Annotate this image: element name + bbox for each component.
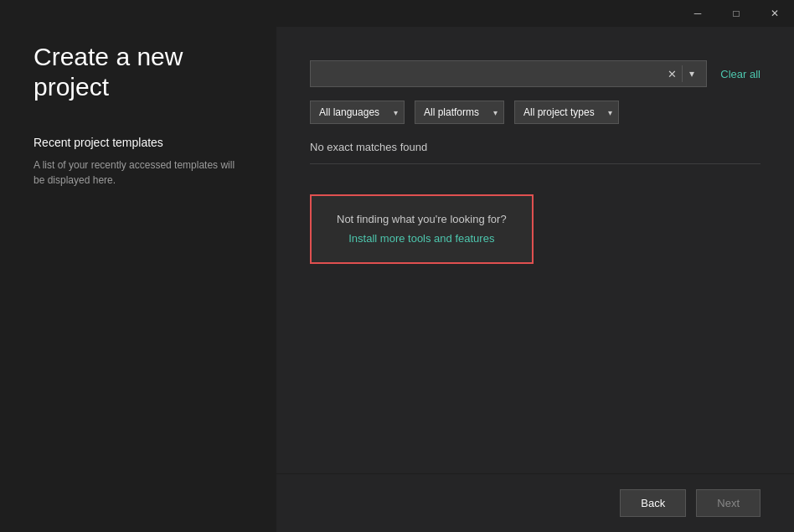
search-input-wrapper: ✕ ▾ bbox=[310, 60, 707, 87]
recent-templates-desc: A list of your recently accessed templat… bbox=[34, 158, 243, 188]
filter-row: All languages C# C++ Python JavaScript T… bbox=[310, 101, 760, 124]
back-button[interactable]: Back bbox=[620, 489, 686, 517]
clear-all-button[interactable]: Clear all bbox=[720, 68, 760, 80]
install-link[interactable]: Install more tools and features bbox=[348, 232, 494, 245]
not-finding-container: Not finding what you're looking for? Ins… bbox=[310, 178, 760, 264]
left-panel: Create a new project Recent project temp… bbox=[0, 0, 276, 532]
not-finding-box: Not finding what you're looking for? Ins… bbox=[310, 194, 534, 264]
next-button[interactable]: Next bbox=[696, 489, 760, 517]
bottom-bar: Back Next bbox=[276, 473, 794, 532]
page-title: Create a new project bbox=[34, 42, 243, 102]
close-button[interactable]: ✕ bbox=[755, 0, 794, 27]
recent-templates-title: Recent project templates bbox=[34, 136, 243, 149]
search-dropdown-button[interactable]: ▾ bbox=[684, 68, 699, 80]
no-matches-text: No exact matches found bbox=[310, 141, 760, 164]
right-panel: ✕ ▾ Clear all All languages C# C++ Pytho… bbox=[276, 27, 794, 532]
minimize-button[interactable]: ─ bbox=[678, 0, 717, 27]
search-container: ✕ ▾ Clear all bbox=[310, 60, 760, 87]
title-bar: ─ □ ✕ bbox=[678, 0, 794, 27]
platform-filter-wrapper: All platforms Windows Linux macOS Androi… bbox=[415, 101, 504, 124]
search-clear-button[interactable]: ✕ bbox=[664, 68, 680, 80]
search-input[interactable] bbox=[317, 68, 664, 80]
project-type-filter[interactable]: All project types Desktop Web Mobile Gam… bbox=[514, 101, 619, 124]
maximize-button[interactable]: □ bbox=[717, 0, 755, 27]
search-divider bbox=[682, 65, 683, 82]
not-finding-text: Not finding what you're looking for? bbox=[337, 213, 507, 225]
language-filter[interactable]: All languages C# C++ Python JavaScript T… bbox=[310, 101, 405, 124]
platform-filter[interactable]: All platforms Windows Linux macOS Androi… bbox=[415, 101, 504, 124]
language-filter-wrapper: All languages C# C++ Python JavaScript T… bbox=[310, 101, 405, 124]
project-type-filter-wrapper: All project types Desktop Web Mobile Gam… bbox=[514, 101, 619, 124]
